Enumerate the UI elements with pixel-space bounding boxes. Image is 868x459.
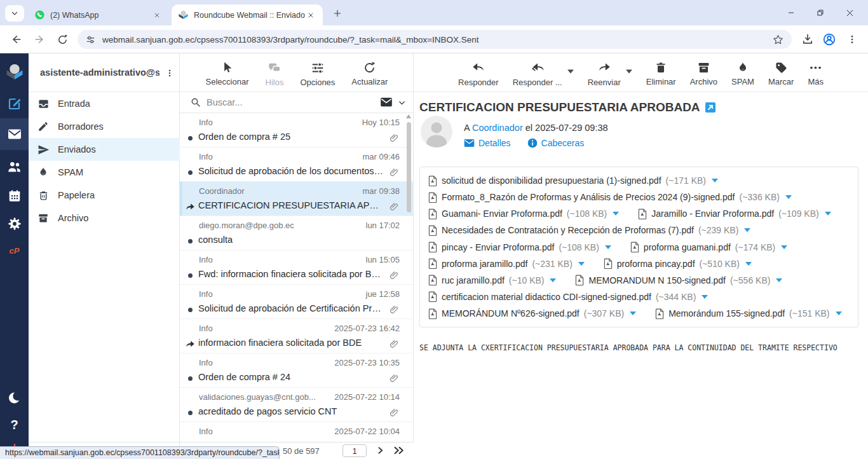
list-scrollbar[interactable] [405,114,412,442]
attachment-menu-caret[interactable] [825,212,831,216]
minimize-button[interactable] [776,0,806,25]
folder-entrada[interactable]: Entrada [29,92,180,115]
forward-button[interactable] [28,28,51,51]
site-info-icon[interactable] [85,34,96,45]
downloads-button[interactable] [799,31,816,48]
archive-button[interactable]: Archivo [690,53,717,92]
folder-archivo[interactable]: Archivo [29,207,180,230]
folder-borradores[interactable]: Borradores [29,115,180,138]
message-row[interactable]: Info2025-07-22 10:04 [180,422,414,443]
attachment-menu-caret[interactable] [712,179,718,182]
attachment-item[interactable]: Necesidades de Contratación y Recepción … [428,225,750,236]
attachment-item[interactable]: Memorándum 155-signed.pdf(~151 KB) [655,308,841,319]
more-button[interactable]: Más [808,53,824,92]
forward-button[interactable]: Reenviar [588,53,621,92]
attachment-item[interactable]: proforma pincay.pdf(~510 KB) [604,258,752,269]
select-button[interactable]: Seleccionar [206,53,249,92]
new-tab-button[interactable] [329,5,346,22]
rail-cpanel-button[interactable]: cP [0,239,29,262]
search-input[interactable] [207,97,380,107]
attachment-menu-caret[interactable] [578,262,585,266]
tab-close-icon[interactable] [305,10,316,21]
browser-menu-icon[interactable] [844,31,860,48]
tab-roundcube[interactable]: Roundcube Webmail :: Enviados [172,4,323,25]
next-page-icon[interactable] [376,446,384,455]
attachment-item[interactable]: ruc jaramillo.pdf(~10 KB) [428,275,556,285]
attachment-item[interactable]: solicitud de disponibilidad presupuestar… [428,175,718,186]
open-in-new-window-icon[interactable] [705,102,715,113]
attachment-item[interactable]: Jaramillo - Enviar Proforma.pdf(~109 KB) [638,209,831,219]
attachment-menu-caret[interactable] [836,312,842,315]
reply-all-menu-caret[interactable] [567,53,574,92]
scrollbar-thumb[interactable] [407,122,411,212]
message-row[interactable]: Info2025-07-23 10:35 Orden de compra # 2… [180,353,414,388]
rail-settings-button[interactable] [0,210,29,238]
last-page-icon[interactable] [393,446,406,455]
recipient-link[interactable]: Coordinador [472,123,523,133]
message-row[interactable]: Infolun 15:05 Fwd: informacion finaciera… [180,250,414,285]
account-menu-icon[interactable] [163,66,176,80]
dark-mode-button[interactable] [0,384,29,412]
close-button[interactable] [835,0,864,25]
page-number-input[interactable] [342,444,367,457]
rail-contacts-button[interactable] [0,153,29,181]
attachment-item[interactable]: pincay - Enviar Proforma.pdf(~108 KB) [428,242,611,252]
folder-enviados[interactable]: Enviados [29,138,180,161]
threads-button[interactable]: Hilos [266,53,284,92]
compose-button[interactable] [0,90,29,117]
details-toggle[interactable]: Detalles [464,138,511,148]
refresh-button[interactable]: Actualizar [351,53,388,92]
attachment-menu-caret[interactable] [781,245,787,249]
attachment-item[interactable]: proforma guamani.pdf(~174 KB) [630,242,787,252]
attachment-item[interactable]: proforma jaramillo.pdf(~231 KB) [428,258,585,269]
delete-button[interactable]: Eliminar [646,53,676,92]
attachment-item[interactable]: MEMORÁNDUM Nº626-signed.pdf(~307 KB) [428,308,636,319]
help-button[interactable]: ? [0,412,29,437]
forward-menu-caret[interactable] [626,53,632,92]
tab-whatsapp[interactable]: (2) WhatsApp [28,4,169,25]
attachment-menu-caret[interactable] [745,262,752,266]
message-row[interactable]: diego.moran@dpe.gob.eclun 17:02 consulta [180,216,414,250]
attachment-item[interactable]: certificacion material didactico CDI-sig… [428,291,708,302]
rail-calendar-button[interactable] [0,182,29,210]
url-bar[interactable]: webmail.sanjuan.gob.ec/cpsess7001108393/… [78,30,792,49]
message-row[interactable]: Infojue 12:58 Solicitud de aprobación de… [180,285,414,319]
reload-button[interactable] [51,28,74,51]
folder-spam[interactable]: SPAM [29,161,180,184]
attachment-item[interactable]: MEMORANDUM N 150-signed.pdf(~556 KB) [575,275,782,285]
attachment-item[interactable]: Guamani- Enviar Proforma.pdf(~108 KB) [428,209,619,219]
message-row[interactable]: Info2025-07-23 16:42 informacion finacie… [180,319,414,353]
attachment-menu-caret[interactable] [744,228,750,232]
headers-toggle[interactable]: Cabeceras [527,138,585,148]
tab-search-button[interactable] [5,5,24,22]
back-button[interactable] [5,28,28,51]
message-row[interactable]: validaciones.guayas@cnt.gob...2025-07-22… [180,388,414,422]
rail-mail-button[interactable] [0,118,29,150]
attachments-box: solicitud de disponibilidad presupuestar… [419,167,858,327]
reply-all-button[interactable]: Responder ... [513,53,562,92]
tab-close-icon[interactable] [151,10,163,21]
options-button[interactable]: Opciones [300,53,335,92]
search-scope-envelope-icon[interactable] [380,97,393,107]
attachment-menu-caret[interactable] [550,278,556,282]
attachment-menu-caret[interactable] [630,312,636,315]
message-row[interactable]: InfoHoy 10:15 Orden de compra # 25 [180,113,414,147]
mark-button[interactable]: Marcar [768,53,794,92]
profile-avatar-icon[interactable] [821,31,837,48]
people-icon [6,159,22,175]
reply-button[interactable]: Responder [458,53,499,92]
message-row-selected[interactable]: Coordinadormar 09:38 CERTIFICACION PRESU… [180,182,414,216]
restore-button[interactable] [806,0,835,25]
scrollbar-up-arrow[interactable] [406,114,411,118]
spam-button[interactable]: SPAM [731,53,754,92]
attachment-item[interactable]: Formato_8_Razón de Proformas y Análisis … [428,192,792,203]
attachment-menu-caret[interactable] [776,278,782,282]
attachment-menu-caret[interactable] [605,245,611,249]
attachment-menu-caret[interactable] [785,195,792,199]
message-row[interactable]: Infomar 09:46 Solicitud de aprobación de… [180,147,414,182]
search-options-chevron-icon[interactable] [398,99,406,107]
folder-papelera[interactable]: Papelera [29,184,180,207]
attachment-menu-caret[interactable] [613,212,619,216]
bookmark-star-icon[interactable] [772,34,784,46]
attachment-menu-caret[interactable] [702,295,708,299]
